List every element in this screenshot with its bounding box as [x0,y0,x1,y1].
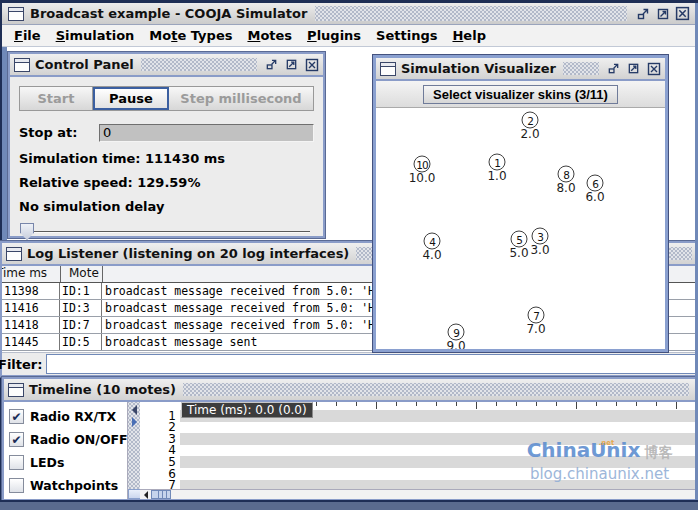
menu-bar: FileSimulationMote TypesMotesPluginsSett… [2,25,696,47]
close-icon-button[interactable] [646,61,661,76]
log-cell-time: 11398 [2,283,60,299]
timeline-axis-tick [576,402,577,409]
column-header-time[interactable]: Time ms [2,266,61,282]
menu-item-file[interactable]: File [12,26,51,45]
menu-item-simulation[interactable]: Simulation [54,26,145,45]
timeline-axis-tick [536,402,537,406]
maximize-icon [627,62,640,75]
checkbox-row-radio-rx-tx[interactable]: ✔Radio RX/TX [4,405,127,428]
mote-label-8: 8.0 [556,181,575,195]
scrollbar-thumb[interactable] [151,490,171,499]
mote-label-6: 6.0 [585,190,604,204]
timeline-axis-tick [316,402,317,406]
simulation-visualizer-window: Simulation Visualizer Select visualizer … [373,55,668,352]
mote-node-1[interactable]: 1 [489,154,506,171]
start-button[interactable]: Start [20,87,93,110]
mote-node-5[interactable]: 5 [511,231,528,248]
timeline-horizontal-scrollbar[interactable] [140,489,695,499]
checkbox-row-radio-on-off[interactable]: ✔Radio ON/OFF [4,428,127,451]
checkbox-unchecked[interactable] [9,478,24,493]
mote-node-10[interactable]: 10 [414,156,431,173]
maximize-button[interactable] [655,6,670,21]
delay-slider[interactable] [19,220,314,244]
mote-label-9: 9.0 [446,339,465,349]
simulation-time-label: Simulation time: 111430 ms [19,151,314,166]
menu-item-plugins[interactable]: Plugins [305,26,371,45]
visualizer-toolbar: Select visualizer skins (3/11) [376,81,665,108]
timeline-row-track [180,445,695,457]
menu-item-motes[interactable]: Motes [245,26,302,45]
menu-item-settings[interactable]: Settings [374,26,447,45]
checkbox-unchecked[interactable] [9,455,24,470]
timeline-titlebar[interactable]: Timeline (10 motes) [4,379,695,402]
filter-input[interactable] [46,354,696,374]
timeline-axis-tick [456,402,457,406]
mote-node-4[interactable]: 4 [424,233,441,250]
splitter-collapse-right-icon[interactable] [132,417,137,427]
close-button[interactable] [675,6,690,21]
slider-thumb[interactable] [20,223,34,240]
menu-item-help[interactable]: Help [450,26,495,45]
mote-node-2[interactable]: 2 [522,112,539,129]
checkbox-row-leds[interactable]: LEDs [4,451,127,474]
mote-node-9[interactable]: 9 [448,324,465,341]
slider-track[interactable] [21,231,310,233]
close-icon [647,62,661,76]
log-cell-time: 11416 [2,300,60,316]
log-cell-mote: ID:7 [60,317,102,333]
simulation-delay-label: No simulation delay [19,199,314,214]
titlebar-texture [183,383,689,396]
simulation-control-buttons: Start Pause Step millisecond [19,86,314,111]
visualizer-titlebar[interactable]: Simulation Visualizer [376,58,665,81]
log-listener-title: Log Listener (listening on 20 log interf… [27,246,349,261]
timeline-splitter[interactable] [127,402,140,499]
filter-bar: Filter: [2,352,698,375]
iconify-icon [636,7,650,21]
iconify-button[interactable] [606,61,621,76]
mote-node-3[interactable]: 3 [532,228,549,245]
splitter-collapse-left-icon[interactable] [132,405,137,415]
mote-node-6[interactable]: 6 [587,175,604,192]
pause-button[interactable]: Pause [93,87,169,110]
filter-label: Filter: [0,357,42,372]
mote-label-10: 10.0 [409,171,436,185]
maximize-button[interactable] [626,61,641,76]
iconify-button[interactable] [635,6,650,21]
column-header-mote[interactable]: Mote [61,266,103,282]
timeline-axis-tick [416,402,417,406]
maximize-icon [285,58,298,71]
step-millisecond-button[interactable]: Step millisecond [169,87,313,110]
maximize-button[interactable] [284,57,299,72]
timeline-row-track [180,468,695,480]
checkbox-label: LEDs [30,455,64,470]
window-icon [8,383,24,397]
timeline-row-track [180,456,695,468]
timeline-row-track [180,433,695,445]
titlebar-texture [141,58,257,71]
mote-label-2: 2.0 [520,127,539,141]
mote-node-7[interactable]: 7 [528,307,545,324]
checkbox-checked[interactable]: ✔ [9,409,24,424]
window-icon [8,7,24,21]
control-panel-titlebar[interactable]: Control Panel [10,54,323,77]
mote-node-8[interactable]: 8 [558,166,575,183]
main-window-titlebar[interactable]: Broadcast example - COOJA Simulator [2,3,696,25]
select-visualizer-skins-button[interactable]: Select visualizer skins (3/11) [423,85,618,104]
timeline-axis-tick [516,402,517,406]
log-cell-mote: ID:3 [60,300,102,316]
timeline-axis-tick [496,402,497,406]
stop-at-field[interactable] [99,124,314,142]
close-icon-button[interactable] [304,57,319,72]
checkbox-label: Radio ON/OFF [30,432,128,447]
menu-item-mote-types[interactable]: Mote Types [147,26,242,45]
close-icon [675,6,690,21]
iconify-button[interactable] [264,57,279,72]
scrollbar-left-arrow[interactable] [140,490,151,499]
checkbox-row-watchpoints[interactable]: Watchpoints [4,474,127,497]
timeline-canvas[interactable]: 1234567Time (ms): 0.0 (0.0) [140,402,695,489]
mote-canvas[interactable]: 22.01010.011.088.066.044.055.033.077.099… [376,108,665,349]
timeline-axis-tick [556,402,557,406]
timeline-axis-tick [356,402,357,406]
checkbox-checked[interactable]: ✔ [9,432,24,447]
mote-label-5: 5.0 [509,246,528,260]
